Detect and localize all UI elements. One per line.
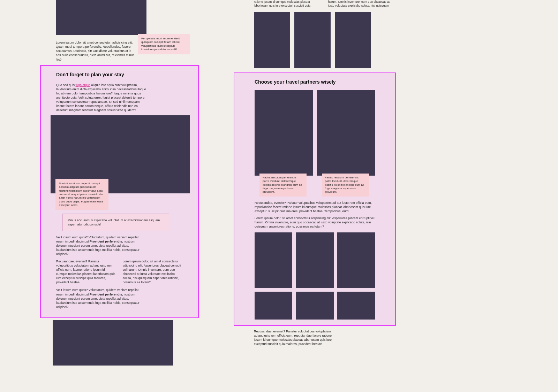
intro-paragraph: Lorem ipsum dolor sit amet consectetur, … <box>56 35 136 62</box>
section-paragraph: Quo sed quis fuga atque aliquid iste opt… <box>56 83 147 113</box>
body-paragraph: Recusandae, eveniet? Pariatur voluptatib… <box>255 201 375 213</box>
highlighted-section-plan-stay: Don't forget to plan your stay Quo sed q… <box>40 65 199 318</box>
highlighted-section-travel-partners: Choose your travel partners wisely Facil… <box>234 72 396 326</box>
column-text-a: ratione ipsum id cumque molestias placea… <box>254 0 322 8</box>
grid-image <box>337 232 375 288</box>
thumbnail-image <box>335 12 371 68</box>
colorful-houses-image <box>53 320 173 366</box>
column-text-b: harum. Omnis inventore, eum quo obcaecat… <box>328 0 396 8</box>
hero-image-left <box>56 0 146 35</box>
thumbnail-image <box>294 12 331 68</box>
strip-image <box>337 292 375 320</box>
figure-caption-note: Perspiciatis modi reprehenderit quisquam… <box>138 34 190 54</box>
figure-caption-note: Facilis nesciunt perferendis porro incid… <box>322 174 369 197</box>
body-paragraph: Velit ipsum eum quos? Voluptatum, quidem… <box>56 288 143 309</box>
pair-image-left <box>255 90 313 176</box>
section-heading: Don't forget to plan your stay <box>56 71 183 78</box>
figure-caption-note: Sunt dignissimos impedit corrupti aliqua… <box>55 179 108 210</box>
section-heading: Choose your travel partners wisely <box>255 79 375 85</box>
strip-image <box>296 292 333 320</box>
body-paragraph: Lorem ipsum dolor, sit amet consectetur … <box>255 216 375 229</box>
inline-link[interactable]: fuga atque <box>76 83 91 87</box>
thumbnail-image <box>254 12 290 68</box>
grid-image <box>255 232 292 288</box>
thumbnail-strip <box>255 292 375 320</box>
blockquote: Minus accusamus explicabo voluptatum at … <box>62 214 169 231</box>
grid-image <box>296 232 333 288</box>
strip-image <box>255 292 292 320</box>
body-paragraph: Recusandae, eveniet? Pariatur voluptatib… <box>234 326 335 346</box>
pair-image-right <box>317 90 375 176</box>
thumbnail-grid <box>255 232 375 288</box>
thumbnail-row <box>234 12 371 68</box>
figure-caption-note: Facilis nesciunt perferendis porro incid… <box>259 174 307 197</box>
body-paragraph: Velit ipsum eum quos? Voluptatum, quidem… <box>56 235 143 256</box>
column-text-a: Recusandae, eveniet? Pariatur voluptatib… <box>56 259 116 285</box>
column-text-b: Lorem ipsum dolor, sit amet consectetur … <box>123 259 183 285</box>
